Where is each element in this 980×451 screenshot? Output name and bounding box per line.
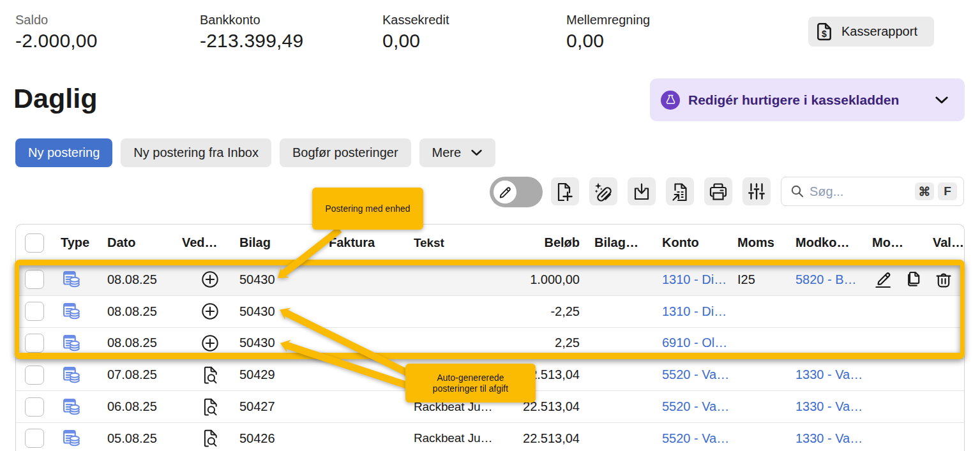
svg-text:$: $ — [822, 29, 827, 39]
